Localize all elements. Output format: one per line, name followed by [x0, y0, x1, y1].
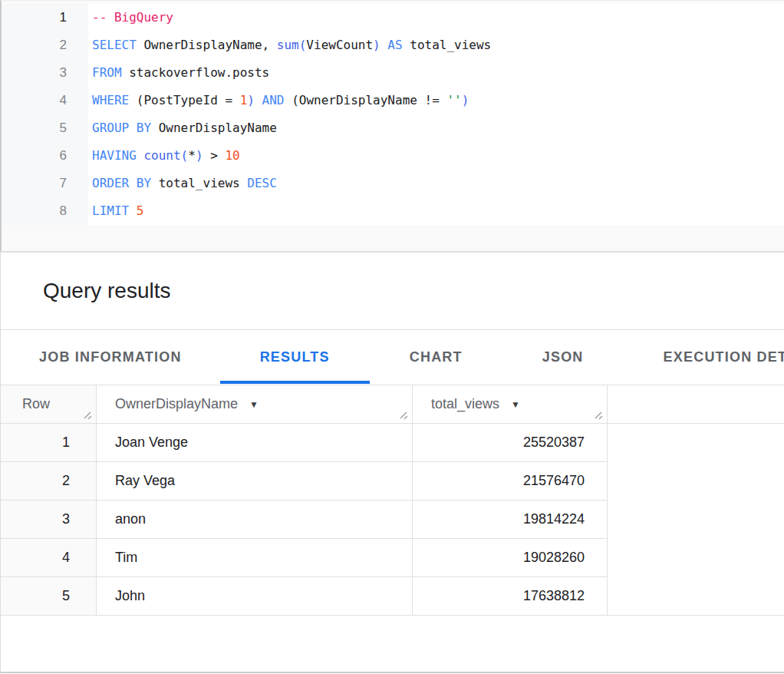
code-token — [255, 93, 262, 107]
code-line-7[interactable]: 7ORDER BY total_views DESC — [2, 170, 784, 197]
code-text: GROUP BY OwnerDisplayName — [88, 114, 277, 142]
code-line-1[interactable]: 1-- BigQuery — [2, 4, 784, 31]
owner-display-name-cell: Ray Vega — [96, 462, 412, 501]
page-title: Query results — [43, 279, 171, 303]
code-token: ViewCount — [306, 38, 373, 52]
sort-dropdown-icon[interactable]: ▼ — [249, 400, 259, 409]
code-line-2[interactable]: 2SELECT OwnerDisplayName, sum(ViewCount)… — [2, 31, 784, 59]
line-number: 4 — [2, 87, 88, 114]
code-line-4[interactable]: 4WHERE (PostTypeId = 1) AND (OwnerDispla… — [2, 87, 784, 114]
sql-editor[interactable]: 1-- BigQuery2SELECT OwnerDisplayName, su… — [0, 0, 784, 253]
code-token: ) — [196, 148, 203, 163]
row-number-cell: 1 — [1, 424, 96, 462]
code-token: '' — [446, 93, 461, 107]
column-header-ownerdisplayname[interactable]: OwnerDisplayName▼ — [96, 385, 412, 424]
code-token: AS — [387, 38, 402, 52]
sort-dropdown-icon[interactable]: ▼ — [511, 400, 520, 409]
column-resize-handle-icon[interactable] — [82, 410, 92, 420]
code-token: total_views — [151, 176, 247, 190]
row-number-cell: 4 — [1, 539, 96, 577]
code-token: total_views — [403, 38, 492, 52]
code-token: FROM — [92, 65, 122, 80]
row-number-cell: 2 — [1, 462, 96, 501]
tab-label: JSON — [542, 349, 584, 365]
code-text: ORDER BY total_views DESC — [88, 170, 277, 197]
code-token: > — [203, 148, 226, 163]
tab-execution-details[interactable]: EXECUTION DETAILS — [624, 330, 784, 385]
line-number: 5 — [2, 114, 88, 142]
code-token: DESC — [247, 176, 277, 190]
code-token: 5 — [137, 203, 144, 218]
code-token: ) — [462, 93, 469, 107]
code-text: FROM stackoverflow.posts — [88, 59, 269, 87]
bottom-strip — [0, 616, 784, 673]
code-token — [129, 203, 137, 218]
code-token: ORDER BY — [92, 176, 151, 190]
owner-display-name-cell: Tim — [96, 539, 412, 577]
code-token — [380, 38, 388, 52]
total-views-cell: 19028260 — [412, 539, 607, 577]
code-token: WHERE — [92, 93, 129, 107]
owner-display-name-cell: Joan Venge — [96, 424, 412, 462]
code-token: sum( — [277, 38, 307, 52]
code-token: stackoverflow.posts — [122, 65, 270, 80]
owner-display-name-cell: anon — [96, 501, 412, 539]
column-header-total-views[interactable]: total_views▼ — [412, 385, 607, 424]
tab-json[interactable]: JSON — [502, 330, 624, 385]
results-tab-bar: JOB INFORMATIONRESULTSCHARTJSONEXECUTION… — [0, 330, 784, 385]
tab-results[interactable]: RESULTS — [220, 330, 370, 385]
total-views-cell: 21576470 — [412, 462, 607, 501]
code-token: count( — [143, 148, 188, 163]
code-token: ) — [247, 93, 255, 107]
code-token: * — [188, 148, 196, 163]
column-header-label: Row — [22, 396, 50, 412]
bigquery-results-panel: 1-- BigQuery2SELECT OwnerDisplayName, su… — [0, 0, 784, 673]
code-token: (PostTypeId = — [129, 93, 240, 107]
tab-label: JOB INFORMATION — [39, 349, 182, 365]
code-line-6[interactable]: 6HAVING count(*) > 10 — [2, 142, 784, 170]
code-token: (OwnerDisplayName != — [285, 93, 447, 107]
line-number: 2 — [2, 31, 88, 59]
total-views-cell: 19814224 — [412, 501, 607, 539]
tab-label: EXECUTION DETAILS — [664, 349, 784, 365]
code-token: 1 — [240, 93, 248, 107]
code-token: AND — [262, 93, 285, 107]
query-results-header: Query results — [0, 253, 784, 330]
tab-label: RESULTS — [260, 349, 330, 365]
code-text: SELECT OwnerDisplayName, sum(ViewCount) … — [88, 31, 491, 59]
code-lines: 1-- BigQuery2SELECT OwnerDisplayName, su… — [2, 1, 784, 225]
code-token: LIMIT — [92, 203, 129, 218]
table-filler-area — [607, 424, 784, 616]
column-header-filler — [607, 385, 784, 424]
code-text: LIMIT 5 — [88, 197, 143, 225]
code-text: -- BigQuery — [88, 4, 173, 31]
line-number: 7 — [2, 170, 88, 197]
code-line-8[interactable]: 8LIMIT 5 — [2, 197, 784, 225]
code-line-3[interactable]: 3FROM stackoverflow.posts — [2, 59, 784, 87]
code-token: OwnerDisplayName, — [137, 38, 277, 52]
tab-job-information[interactable]: JOB INFORMATION — [1, 330, 220, 385]
column-header-label: OwnerDisplayName — [115, 396, 238, 412]
column-resize-handle-icon[interactable] — [593, 410, 603, 420]
results-table: RowOwnerDisplayName▼total_views▼1Joan Ve… — [0, 385, 784, 616]
code-token: SELECT — [92, 38, 137, 52]
owner-display-name-cell: John — [96, 577, 412, 616]
line-number: 3 — [2, 59, 88, 87]
line-number: 8 — [2, 197, 88, 225]
code-token — [137, 148, 144, 163]
tab-chart[interactable]: CHART — [370, 330, 502, 385]
code-line-5[interactable]: 5GROUP BY OwnerDisplayName — [2, 114, 784, 142]
line-number: 6 — [2, 142, 88, 170]
tab-label: CHART — [410, 349, 463, 365]
code-token: HAVING — [92, 148, 137, 163]
column-header-row[interactable]: Row — [1, 385, 96, 424]
code-token: GROUP BY — [92, 121, 151, 135]
line-number: 1 — [2, 4, 88, 31]
code-token: ) — [373, 38, 380, 52]
total-views-cell: 17638812 — [412, 577, 607, 616]
row-number-cell: 5 — [1, 577, 96, 616]
code-token: OwnerDisplayName — [151, 121, 277, 135]
code-text: WHERE (PostTypeId = 1) AND (OwnerDisplay… — [88, 87, 469, 114]
row-number-cell: 3 — [1, 501, 96, 539]
column-resize-handle-icon[interactable] — [398, 410, 408, 420]
